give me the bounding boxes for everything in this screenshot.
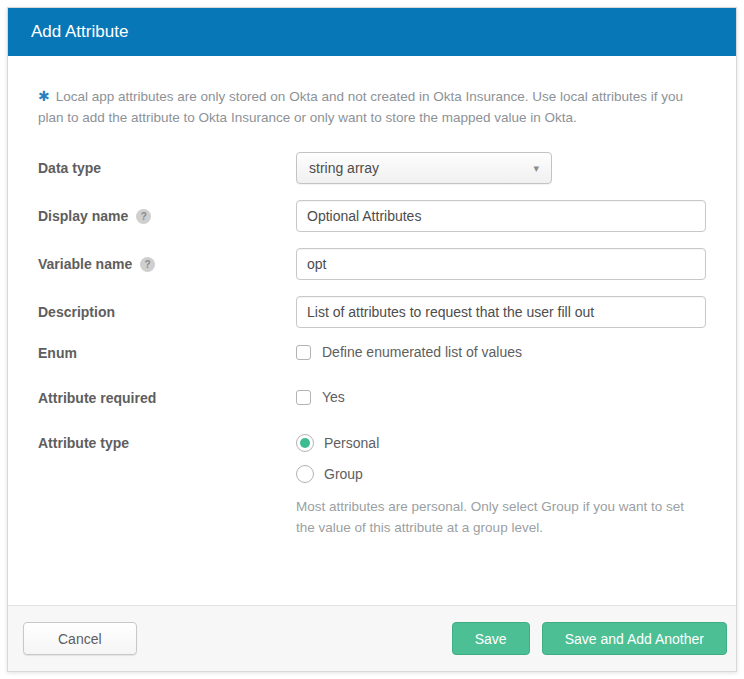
note-text: Local app attributes are only stored on … (38, 89, 683, 125)
enum-label: Enum (38, 344, 296, 361)
attribute-type-help-text: Most attributes are personal. Only selec… (296, 496, 706, 538)
radio-label-personal: Personal (324, 435, 379, 451)
chevron-down-icon: ▾ (533, 162, 539, 175)
variable-name-row: Variable name ? (38, 248, 706, 280)
attribute-type-options: Personal Group Most attributes are perso… (296, 434, 706, 538)
help-icon[interactable]: ? (136, 209, 151, 224)
add-attribute-dialog: Add Attribute ✱Local app attributes are … (7, 7, 737, 672)
save-and-add-another-button[interactable]: Save and Add Another (542, 622, 727, 655)
attribute-required-checkbox-label: Yes (322, 389, 345, 405)
required-asterisk-icon: ✱ (38, 88, 50, 104)
radio-label-group: Group (324, 466, 363, 482)
description-row: Description (38, 296, 706, 328)
attribute-required-label: Attribute required (38, 389, 296, 406)
attribute-required-row: Attribute required Yes (38, 389, 706, 406)
enum-checkbox[interactable] (296, 345, 311, 360)
dialog-header: Add Attribute (8, 8, 736, 56)
attribute-type-label: Attribute type (38, 434, 296, 451)
display-name-input[interactable] (296, 200, 706, 232)
variable-name-input[interactable] (296, 248, 706, 280)
data-type-row: Data type string array ▾ (38, 152, 706, 184)
dialog-title: Add Attribute (31, 22, 128, 42)
attribute-type-row: Attribute type Personal Group Most attri… (38, 434, 706, 538)
dialog-body: ✱Local app attributes are only stored on… (8, 56, 736, 605)
help-icon[interactable]: ? (140, 257, 155, 272)
enum-row: Enum Define enumerated list of values (38, 344, 706, 361)
enum-checkbox-group: Define enumerated list of values (296, 344, 522, 360)
radio-option-personal[interactable]: Personal (296, 434, 706, 452)
radio-icon-group[interactable] (296, 465, 314, 483)
display-name-label-text: Display name (38, 208, 128, 224)
data-type-selected-value: string array (309, 160, 379, 176)
cancel-button[interactable]: Cancel (23, 622, 137, 655)
local-attribute-note: ✱Local app attributes are only stored on… (38, 86, 706, 128)
enum-checkbox-label: Define enumerated list of values (322, 344, 522, 360)
dialog-footer: Cancel Save Save and Add Another (8, 605, 736, 671)
attribute-required-checkbox-group: Yes (296, 389, 345, 405)
enum-label-text: Enum (38, 345, 77, 361)
display-name-label: Display name ? (38, 200, 296, 224)
radio-icon-personal[interactable] (296, 434, 314, 452)
description-label: Description (38, 296, 296, 320)
attribute-required-checkbox[interactable] (296, 390, 311, 405)
variable-name-label-text: Variable name (38, 256, 132, 272)
description-label-text: Description (38, 304, 115, 320)
description-input[interactable] (296, 296, 706, 328)
attribute-required-label-text: Attribute required (38, 390, 156, 406)
variable-name-label: Variable name ? (38, 248, 296, 272)
data-type-select[interactable]: string array ▾ (296, 152, 552, 184)
radio-option-group[interactable]: Group (296, 465, 706, 483)
data-type-label: Data type (38, 152, 296, 176)
data-type-label-text: Data type (38, 160, 101, 176)
save-button[interactable]: Save (452, 622, 530, 655)
display-name-row: Display name ? (38, 200, 706, 232)
radio-dot (300, 438, 310, 448)
attribute-type-label-text: Attribute type (38, 435, 129, 451)
